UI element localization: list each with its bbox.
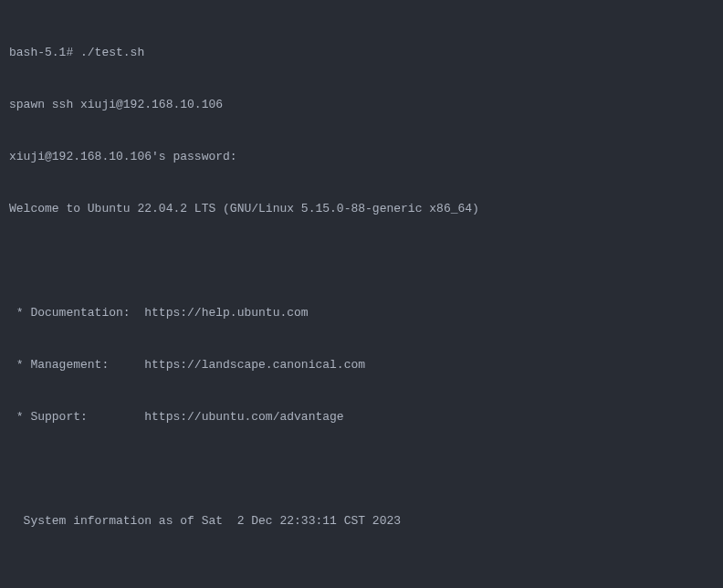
terminal-line: xiuji@192.168.10.106's password: bbox=[9, 148, 714, 165]
terminal-line bbox=[9, 564, 714, 582]
terminal-line: bash-5.1# ./test.sh bbox=[9, 44, 714, 61]
terminal-line bbox=[9, 252, 714, 269]
terminal-line: spawn ssh xiuji@192.168.10.106 bbox=[9, 96, 714, 113]
terminal-line: System information as of Sat 2 Dec 22:33… bbox=[9, 512, 714, 530]
terminal-line bbox=[9, 460, 714, 478]
terminal-line: Welcome to Ubuntu 22.04.2 LTS (GNU/Linux… bbox=[9, 200, 714, 217]
terminal-line: * Management: https://landscape.canonica… bbox=[9, 356, 714, 373]
terminal-line: * Support: https://ubuntu.com/advantage bbox=[9, 408, 714, 425]
terminal-output[interactable]: bash-5.1# ./test.sh spawn ssh xiuji@192.… bbox=[9, 9, 714, 588]
terminal-line: * Documentation: https://help.ubuntu.com bbox=[9, 304, 714, 321]
